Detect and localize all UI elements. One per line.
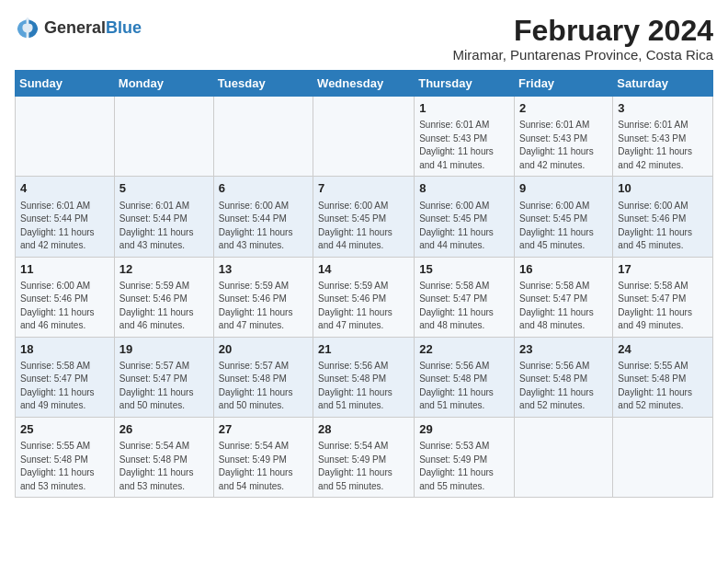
day-number: 6 [219, 180, 308, 197]
calendar-week-row: 4Sunrise: 6:01 AM Sunset: 5:44 PM Daylig… [16, 177, 713, 257]
calendar-week-row: 18Sunrise: 5:58 AM Sunset: 5:47 PM Dayli… [16, 337, 713, 417]
calendar-table: SundayMondayTuesdayWednesdayThursdayFrid… [15, 70, 713, 498]
day-number: 11 [20, 261, 109, 278]
logo-general: General [44, 18, 106, 37]
day-number: 19 [119, 341, 209, 358]
day-info: Sunrise: 5:56 AM Sunset: 5:48 PM Dayligh… [419, 360, 509, 413]
day-number: 3 [618, 100, 708, 117]
weekday-header-thursday: Thursday [415, 71, 515, 97]
day-info: Sunrise: 5:53 AM Sunset: 5:49 PM Dayligh… [419, 440, 509, 493]
day-number: 2 [519, 100, 608, 117]
weekday-header-sunday: Sunday [16, 71, 115, 97]
day-info: Sunrise: 6:01 AM Sunset: 5:43 PM Dayligh… [519, 119, 608, 172]
day-number: 14 [318, 261, 409, 278]
location-subtitle: Miramar, Puntarenas Province, Costa Rica [453, 47, 713, 63]
calendar-header-row: SundayMondayTuesdayWednesdayThursdayFrid… [16, 71, 713, 97]
day-number: 28 [318, 421, 409, 438]
day-number: 8 [419, 180, 509, 197]
day-info: Sunrise: 5:59 AM Sunset: 5:46 PM Dayligh… [318, 280, 409, 333]
day-number: 25 [20, 421, 109, 438]
day-number: 20 [219, 341, 308, 358]
day-number: 10 [618, 180, 708, 197]
weekday-header-saturday: Saturday [613, 71, 713, 97]
calendar-cell: 19Sunrise: 5:57 AM Sunset: 5:47 PM Dayli… [114, 337, 213, 417]
day-number: 13 [219, 261, 308, 278]
calendar-cell: 27Sunrise: 5:54 AM Sunset: 5:49 PM Dayli… [213, 417, 313, 497]
day-info: Sunrise: 6:00 AM Sunset: 5:46 PM Dayligh… [618, 200, 708, 253]
day-number: 1 [419, 100, 509, 117]
day-number: 17 [618, 261, 708, 278]
day-number: 4 [20, 180, 109, 197]
day-number: 5 [119, 180, 209, 197]
day-number: 24 [618, 341, 708, 358]
calendar-cell [16, 97, 115, 177]
day-info: Sunrise: 6:00 AM Sunset: 5:46 PM Dayligh… [20, 280, 109, 333]
day-info: Sunrise: 5:56 AM Sunset: 5:48 PM Dayligh… [318, 360, 409, 413]
day-info: Sunrise: 5:55 AM Sunset: 5:48 PM Dayligh… [618, 360, 708, 413]
day-info: Sunrise: 5:58 AM Sunset: 5:47 PM Dayligh… [419, 280, 509, 333]
calendar-cell: 9Sunrise: 6:00 AM Sunset: 5:45 PM Daylig… [515, 177, 613, 257]
day-number: 18 [20, 341, 109, 358]
day-info: Sunrise: 5:54 AM Sunset: 5:49 PM Dayligh… [219, 440, 308, 493]
day-info: Sunrise: 6:00 AM Sunset: 5:45 PM Dayligh… [419, 200, 509, 253]
day-number: 22 [419, 341, 509, 358]
calendar-cell: 12Sunrise: 5:59 AM Sunset: 5:46 PM Dayli… [114, 257, 213, 337]
day-info: Sunrise: 5:55 AM Sunset: 5:48 PM Dayligh… [20, 440, 109, 493]
calendar-cell: 28Sunrise: 5:54 AM Sunset: 5:49 PM Dayli… [313, 417, 415, 497]
day-info: Sunrise: 5:57 AM Sunset: 5:47 PM Dayligh… [119, 360, 209, 413]
calendar-cell: 8Sunrise: 6:00 AM Sunset: 5:45 PM Daylig… [415, 177, 515, 257]
day-info: Sunrise: 5:59 AM Sunset: 5:46 PM Dayligh… [119, 280, 209, 333]
day-info: Sunrise: 5:58 AM Sunset: 5:47 PM Dayligh… [20, 360, 109, 413]
day-info: Sunrise: 5:58 AM Sunset: 5:47 PM Dayligh… [618, 280, 708, 333]
calendar-cell: 14Sunrise: 5:59 AM Sunset: 5:46 PM Dayli… [313, 257, 415, 337]
month-year-title: February 2024 [453, 15, 713, 47]
calendar-cell: 6Sunrise: 6:00 AM Sunset: 5:44 PM Daylig… [213, 177, 313, 257]
calendar-cell: 26Sunrise: 5:54 AM Sunset: 5:48 PM Dayli… [114, 417, 213, 497]
calendar-cell: 24Sunrise: 5:55 AM Sunset: 5:48 PM Dayli… [613, 337, 713, 417]
calendar-cell: 5Sunrise: 6:01 AM Sunset: 5:44 PM Daylig… [114, 177, 213, 257]
calendar-cell: 7Sunrise: 6:00 AM Sunset: 5:45 PM Daylig… [313, 177, 415, 257]
calendar-cell: 3Sunrise: 6:01 AM Sunset: 5:43 PM Daylig… [613, 97, 713, 177]
calendar-week-row: 25Sunrise: 5:55 AM Sunset: 5:48 PM Dayli… [16, 417, 713, 497]
day-number: 12 [119, 261, 209, 278]
title-area: February 2024 Miramar, Puntarenas Provin… [453, 15, 713, 63]
calendar-cell: 20Sunrise: 5:57 AM Sunset: 5:48 PM Dayli… [213, 337, 313, 417]
calendar-cell: 18Sunrise: 5:58 AM Sunset: 5:47 PM Dayli… [16, 337, 115, 417]
calendar-cell: 16Sunrise: 5:58 AM Sunset: 5:47 PM Dayli… [515, 257, 613, 337]
day-info: Sunrise: 6:01 AM Sunset: 5:44 PM Dayligh… [119, 200, 209, 253]
logo: GeneralBlue [15, 15, 142, 40]
calendar-cell [313, 97, 415, 177]
day-info: Sunrise: 5:54 AM Sunset: 5:48 PM Dayligh… [119, 440, 209, 493]
calendar-cell [114, 97, 213, 177]
day-info: Sunrise: 6:01 AM Sunset: 5:44 PM Dayligh… [20, 200, 109, 253]
day-number: 9 [519, 180, 608, 197]
calendar-cell: 13Sunrise: 5:59 AM Sunset: 5:46 PM Dayli… [213, 257, 313, 337]
calendar-week-row: 1Sunrise: 6:01 AM Sunset: 5:43 PM Daylig… [16, 97, 713, 177]
calendar-cell: 4Sunrise: 6:01 AM Sunset: 5:44 PM Daylig… [16, 177, 115, 257]
logo-blue: Blue [106, 18, 142, 37]
calendar-cell [515, 417, 613, 497]
day-number: 16 [519, 261, 608, 278]
calendar-cell: 1Sunrise: 6:01 AM Sunset: 5:43 PM Daylig… [415, 97, 515, 177]
day-info: Sunrise: 6:01 AM Sunset: 5:43 PM Dayligh… [419, 119, 509, 172]
day-number: 26 [119, 421, 209, 438]
logo-text: GeneralBlue [44, 19, 142, 37]
generalblue-logo-icon [15, 15, 40, 40]
calendar-cell: 17Sunrise: 5:58 AM Sunset: 5:47 PM Dayli… [613, 257, 713, 337]
day-number: 21 [318, 341, 409, 358]
calendar-cell: 11Sunrise: 6:00 AM Sunset: 5:46 PM Dayli… [16, 257, 115, 337]
weekday-header-tuesday: Tuesday [213, 71, 313, 97]
day-info: Sunrise: 5:57 AM Sunset: 5:48 PM Dayligh… [219, 360, 308, 413]
day-info: Sunrise: 6:00 AM Sunset: 5:45 PM Dayligh… [519, 200, 608, 253]
day-info: Sunrise: 5:56 AM Sunset: 5:48 PM Dayligh… [519, 360, 608, 413]
calendar-cell [613, 417, 713, 497]
calendar-cell: 25Sunrise: 5:55 AM Sunset: 5:48 PM Dayli… [16, 417, 115, 497]
day-number: 7 [318, 180, 409, 197]
calendar-cell: 2Sunrise: 6:01 AM Sunset: 5:43 PM Daylig… [515, 97, 613, 177]
calendar-cell: 23Sunrise: 5:56 AM Sunset: 5:48 PM Dayli… [515, 337, 613, 417]
day-info: Sunrise: 5:59 AM Sunset: 5:46 PM Dayligh… [219, 280, 308, 333]
calendar-cell: 15Sunrise: 5:58 AM Sunset: 5:47 PM Dayli… [415, 257, 515, 337]
calendar-week-row: 11Sunrise: 6:00 AM Sunset: 5:46 PM Dayli… [16, 257, 713, 337]
weekday-header-wednesday: Wednesday [313, 71, 415, 97]
calendar-cell: 29Sunrise: 5:53 AM Sunset: 5:49 PM Dayli… [415, 417, 515, 497]
